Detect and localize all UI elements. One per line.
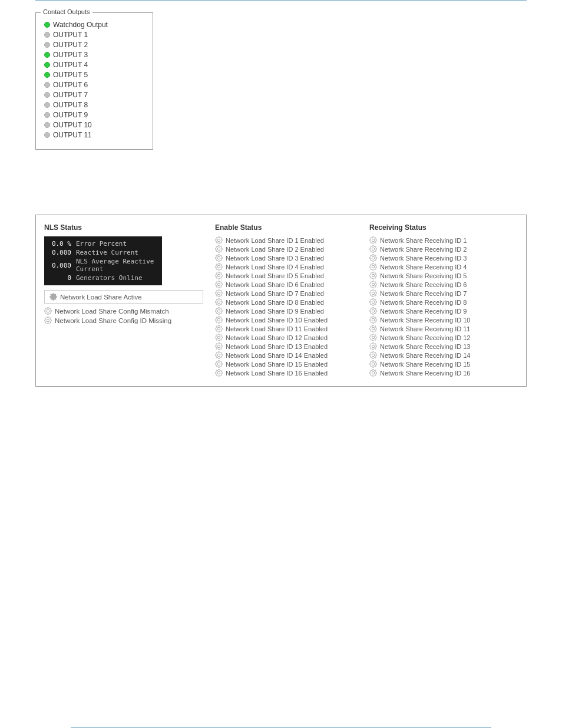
enable-gear-4 [215, 272, 223, 279]
receiving-label-2: Network Share Receiving ID 3 [380, 255, 467, 262]
output-label-1: OUTPUT 1 [53, 31, 88, 39]
enable-item-13: Network Load Share ID 14 Enabled [215, 351, 358, 359]
metric-value-0: 0.0 % [48, 240, 71, 248]
output-label-9: OUTPUT 9 [53, 111, 88, 119]
enable-gear-9 [215, 316, 223, 324]
receiving-item-7: Network Share Receiving ID 8 [369, 298, 512, 306]
receiving-item-13: Network Share Receiving ID 14 [369, 351, 512, 359]
enable-gear-7 [215, 298, 223, 306]
enable-label-1: Network Load Share ID 2 Enabled [226, 246, 324, 253]
enable-gear-11 [215, 334, 223, 341]
receiving-item-12: Network Share Receiving ID 13 [369, 342, 512, 350]
receiving-gear-0 [369, 236, 377, 244]
nls-status-items: Network Load Share Config Mismatch Netwo… [44, 307, 203, 324]
metric-label-1: Reactive Current [76, 249, 138, 256]
enable-label-11: Network Load Share ID 12 Enabled [226, 334, 328, 341]
nls-status-label-1: Network Load Share Config ID Missing [55, 317, 171, 324]
enable-label-14: Network Load Share ID 15 Enabled [226, 361, 328, 368]
enable-label-10: Network Load Share ID 11 Enabled [226, 325, 328, 332]
enable-item-6: Network Load Share ID 7 Enabled [215, 289, 358, 297]
output-dot-2 [44, 42, 50, 48]
receiving-item-8: Network Share Receiving ID 9 [369, 307, 512, 315]
enable-gear-5 [215, 281, 223, 288]
nls-active-label: Network Load Share Active [60, 294, 142, 301]
enable-gear-13 [215, 351, 223, 359]
output-dot-11 [44, 132, 50, 138]
receiving-item-2: Network Share Receiving ID 3 [369, 254, 512, 262]
output-dot-5 [44, 72, 50, 78]
spacer [35, 167, 527, 191]
output-item-7: OUTPUT 7 [44, 91, 144, 99]
enable-label-13: Network Load Share ID 14 Enabled [226, 352, 328, 359]
output-dot-0 [44, 22, 50, 28]
receiving-gear-1 [369, 245, 377, 253]
metric-value-1: 0.000 [48, 249, 71, 256]
output-item-11: OUTPUT 11 [44, 131, 144, 139]
enable-label-8: Network Load Share ID 9 Enabled [226, 308, 324, 315]
output-item-5: OUTPUT 5 [44, 71, 144, 79]
nls-status-item-0: Network Load Share Config Mismatch [44, 307, 203, 315]
output-label-5: OUTPUT 5 [53, 71, 88, 79]
receiving-label-12: Network Share Receiving ID 13 [380, 343, 470, 350]
enable-item-7: Network Load Share ID 8 Enabled [215, 298, 358, 306]
enable-item-4: Network Load Share ID 5 Enabled [215, 272, 358, 279]
enable-item-0: Network Load Share ID 1 Enabled [215, 236, 358, 244]
nls-status-title: NLS Status [44, 223, 203, 232]
receiving-status-col: Receiving Status Network Share Receiving… [363, 223, 518, 378]
enable-label-7: Network Load Share ID 8 Enabled [226, 299, 324, 306]
enable-items: Network Load Share ID 1 Enabled Network … [215, 236, 358, 377]
output-dot-4 [44, 62, 50, 68]
enable-label-2: Network Load Share ID 3 Enabled [226, 255, 324, 262]
enable-item-10: Network Load Share ID 11 Enabled [215, 325, 358, 332]
receiving-gear-11 [369, 334, 377, 341]
enable-gear-1 [215, 245, 223, 253]
output-label-10: OUTPUT 10 [53, 121, 92, 129]
gear-icon-active [49, 293, 57, 301]
enable-gear-2 [215, 254, 223, 262]
output-dot-10 [44, 122, 50, 128]
enable-item-3: Network Load Share ID 4 Enabled [215, 263, 358, 271]
output-item-3: OUTPUT 3 [44, 51, 144, 59]
receiving-item-11: Network Share Receiving ID 12 [369, 334, 512, 341]
enable-item-12: Network Load Share ID 13 Enabled [215, 342, 358, 350]
enable-status-title: Enable Status [215, 223, 358, 232]
metric-row-1: 0.000Reactive Current [48, 249, 158, 256]
enable-label-15: Network Load Share ID 16 Enabled [226, 370, 328, 377]
output-item-10: OUTPUT 10 [44, 121, 144, 129]
receiving-item-15: Network Share Receiving ID 16 [369, 369, 512, 377]
receiving-gear-8 [369, 307, 377, 315]
metric-label-3: Generators Online [76, 274, 143, 282]
receiving-gear-12 [369, 342, 377, 350]
receiving-label-15: Network Share Receiving ID 16 [380, 370, 470, 377]
enable-label-9: Network Load Share ID 10 Enabled [226, 317, 328, 324]
output-item-2: OUTPUT 2 [44, 41, 144, 49]
output-item-0: Watchdog Output [44, 21, 144, 29]
receiving-gear-15 [369, 369, 377, 377]
enable-item-2: Network Load Share ID 3 Enabled [215, 254, 358, 262]
receiving-item-5: Network Share Receiving ID 6 [369, 281, 512, 288]
receiving-label-0: Network Share Receiving ID 1 [380, 237, 467, 244]
receiving-label-4: Network Share Receiving ID 5 [380, 272, 467, 279]
enable-item-15: Network Load Share ID 16 Enabled [215, 369, 358, 377]
nls-active-box: Network Load Share Active [44, 290, 203, 304]
receiving-gear-13 [369, 351, 377, 359]
receiving-item-6: Network Share Receiving ID 7 [369, 289, 512, 297]
receiving-label-10: Network Share Receiving ID 11 [380, 325, 470, 332]
metric-value-2: 0.000 [48, 262, 71, 269]
enable-gear-15 [215, 369, 223, 377]
enable-gear-0 [215, 236, 223, 244]
receiving-item-3: Network Share Receiving ID 4 [369, 263, 512, 271]
enable-item-11: Network Load Share ID 12 Enabled [215, 334, 358, 341]
output-dot-8 [44, 102, 50, 108]
output-label-11: OUTPUT 11 [53, 131, 92, 139]
enable-gear-12 [215, 342, 223, 350]
receiving-gear-5 [369, 281, 377, 288]
enable-label-12: Network Load Share ID 13 Enabled [226, 343, 328, 350]
receiving-gear-7 [369, 298, 377, 306]
output-dot-1 [44, 32, 50, 38]
receiving-item-0: Network Share Receiving ID 1 [369, 236, 512, 244]
nls-panel: NLS Status 0.0 %Error Percent0.000Reacti… [35, 215, 527, 387]
gear-icon-0 [44, 307, 52, 315]
output-label-4: OUTPUT 4 [53, 61, 88, 69]
receiving-label-6: Network Share Receiving ID 7 [380, 290, 467, 297]
